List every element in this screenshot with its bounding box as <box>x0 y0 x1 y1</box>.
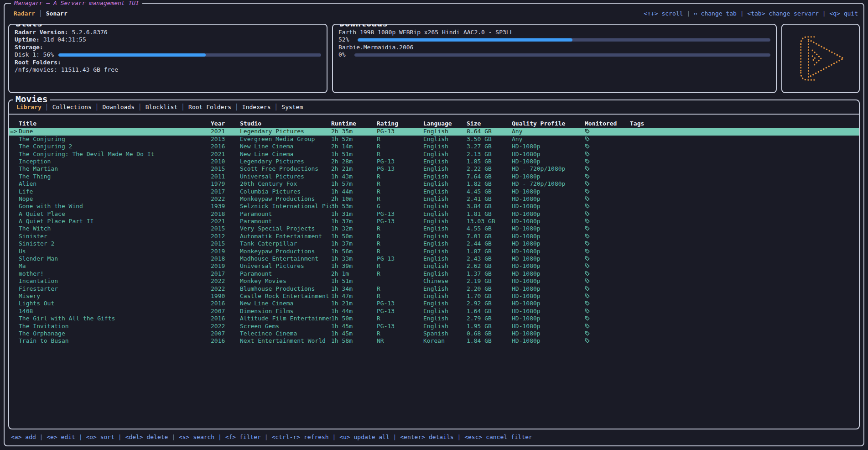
movie-row[interactable]: Misery1990Castle Rock Entertainment1h 47… <box>9 293 859 300</box>
movie-row[interactable]: Gone with the Wind1939Selznick Internati… <box>9 203 859 210</box>
movie-language: English <box>423 270 467 277</box>
keybind-separator: | <box>737 10 747 17</box>
movie-year: 1990 <box>211 293 240 300</box>
movie-size: 4.55 GB <box>467 225 512 232</box>
movie-monitored <box>585 173 630 180</box>
movie-year: 2016 <box>211 337 240 345</box>
movies-table-header: TitleYearStudioRuntimeRatingLanguageSize… <box>9 120 859 127</box>
tag-icon <box>585 219 590 224</box>
movie-language: English <box>423 173 467 180</box>
movie-runtime: 1h 44m <box>331 188 377 195</box>
bottom-keybind-key-search: <s> <box>179 434 189 440</box>
movie-quality-profile: HD-1080p <box>512 255 585 262</box>
tab-root-folders[interactable]: Root Folders <box>185 104 235 111</box>
movie-year: 2021 <box>211 128 240 135</box>
movie-row[interactable]: Slender Man2018Madhouse Entertainment1h … <box>9 255 859 262</box>
movie-monitored <box>585 151 630 158</box>
tag-icon <box>585 129 590 134</box>
movie-rating: PG-13 <box>377 255 423 262</box>
movie-language: English <box>423 248 467 255</box>
tab-library[interactable]: Library <box>13 104 45 111</box>
movie-title: Life <box>9 188 211 195</box>
movie-monitored <box>585 128 630 135</box>
movie-quality-profile: HD-1080p <box>512 270 585 277</box>
movie-row[interactable]: The Conjuring2013Evergreen Media Group1h… <box>9 136 859 143</box>
tab-blocklist[interactable]: Blocklist <box>142 104 181 111</box>
movie-row[interactable]: The Witch2015Very Special Projects1h 32m… <box>9 225 859 232</box>
movie-row[interactable]: A Quiet Place2018Paramount1h 31mPG-13Eng… <box>9 210 859 218</box>
tab-downloads[interactable]: Downloads <box>99 104 138 111</box>
movie-studio: Castle Rock Entertainment <box>240 293 331 300</box>
movie-row[interactable]: The Martian2015Scott Free Productions2h … <box>9 165 859 173</box>
movie-row[interactable]: Inception2010Legendary Pictures2h 28mPG-… <box>9 158 859 165</box>
movie-studio: New Line Cinema <box>240 300 331 307</box>
tab-system[interactable]: System <box>278 104 307 111</box>
download-progress-line: 0% <box>338 51 770 58</box>
movie-rating: PG-13 <box>377 165 423 173</box>
movie-title: Lights Out <box>9 300 211 307</box>
movie-quality-profile: HD-1080p <box>512 337 585 345</box>
movie-row[interactable]: Incantation2022Monkey Movies1h 51mChines… <box>9 277 859 285</box>
movie-row[interactable]: A Quiet Place Part II2021Paramount1h 37m… <box>9 218 859 225</box>
movie-row[interactable]: The Orphanage2007Telecinco Cinema1h 45mR… <box>9 330 859 337</box>
movie-studio: Paramount <box>240 270 331 277</box>
movie-row[interactable]: The Thing2011Universal Pictures1h 43mREn… <box>9 173 859 180</box>
movie-row[interactable]: Nope2022Monkeypaw Productions2h 10mREngl… <box>9 195 859 203</box>
movie-year: 2021 <box>211 151 240 158</box>
movie-title: The Invitation <box>9 323 211 330</box>
movie-row[interactable]: Ma2019Universal Pictures1h 39mREnglish2.… <box>9 262 859 270</box>
movie-row[interactable]: Sinister 22015Tank Caterpillar1h 37mREng… <box>9 240 859 247</box>
movie-row[interactable]: mother!2017Paramount2h 1mREnglish1.37 GB… <box>9 270 859 277</box>
movie-row[interactable]: The Invitation2022Screen Gems1h 45mPG-13… <box>9 323 859 330</box>
keybind-separator: | <box>329 434 339 440</box>
movie-row[interactable]: The Girl with All the Gifts2016Altitude … <box>9 315 859 322</box>
tab-separator: │ <box>45 104 49 111</box>
movie-studio: Screen Gems <box>240 323 331 330</box>
movie-title: Ma <box>9 262 211 270</box>
download-progress-bar <box>358 38 770 42</box>
tab-separator: │ <box>138 104 142 111</box>
movie-monitored <box>585 225 630 232</box>
movie-size: 1.84 GB <box>467 337 512 345</box>
servarr-tab-radarr[interactable]: Radarr <box>10 10 39 17</box>
movie-quality-profile: HD-1080p <box>512 173 585 180</box>
movie-row[interactable]: Life2017Columbia Pictures1h 44mREnglish4… <box>9 188 859 195</box>
movie-row[interactable]: Alien197920th Century Fox1h 57mREnglish1… <box>9 180 859 188</box>
movie-quality-profile: HD-1080p <box>512 323 585 330</box>
tag-icon <box>585 324 590 329</box>
movie-year: 2015 <box>211 165 240 173</box>
movie-row[interactable]: 14082007Dimension Films1h 44mPG-13Englis… <box>9 308 859 315</box>
movie-language: English <box>423 225 467 232</box>
movie-title: Alien <box>9 180 211 188</box>
bottom-keybind-action-update-all: update all <box>354 434 390 440</box>
servarr-tab-sonarr[interactable]: Sonarr <box>42 10 71 17</box>
column-header-year: Year <box>211 120 240 127</box>
movie-runtime: 3h 53m <box>331 203 377 210</box>
movie-row[interactable]: Firestarter2022Blumhouse Productions1h 3… <box>9 285 859 293</box>
downloads-panel-title: Downloads <box>337 24 390 27</box>
movie-size: 0.68 GB <box>467 330 512 337</box>
movie-studio: Scott Free Productions <box>240 165 331 173</box>
movie-row[interactable]: Train to Busan2016Next Entertainment Wor… <box>9 337 859 345</box>
movie-title: The Girl with All the Gifts <box>9 315 211 322</box>
movie-rating: PG-13 <box>377 300 423 307</box>
movie-row[interactable]: Sinister2012Automatik Entertainment1h 50… <box>9 233 859 240</box>
movie-runtime: 1h 21m <box>331 300 377 307</box>
disk-usage-bar <box>58 53 321 57</box>
tab-indexers[interactable]: Indexers <box>239 104 275 111</box>
movie-quality-profile: HD-1080p <box>512 293 585 300</box>
movie-row[interactable]: Us2019Monkeypaw Productions1h 56mREnglis… <box>9 248 859 255</box>
keybind-separator: | <box>454 434 464 440</box>
movie-row[interactable]: The Conjuring 22016New Line Cinema2h 14m… <box>9 143 859 150</box>
movie-year: 2012 <box>211 233 240 240</box>
movie-title: The Orphanage <box>9 330 211 337</box>
movie-row[interactable]: The Conjuring: The Devil Made Me Do It20… <box>9 151 859 158</box>
movie-monitored <box>585 323 630 330</box>
tag-icon <box>585 241 590 246</box>
movie-monitored <box>585 248 630 255</box>
movie-row[interactable]: Lights Out2016New Line Cinema1h 21mPG-13… <box>9 300 859 307</box>
movie-runtime: 1h 32m <box>331 225 377 232</box>
movie-row[interactable]: =>Dune2021Legendary Pictures2h 35mPG-13E… <box>9 128 859 135</box>
bottom-keybind-key-update-all: <u> <box>339 434 350 440</box>
tab-collections[interactable]: Collections <box>49 104 95 111</box>
